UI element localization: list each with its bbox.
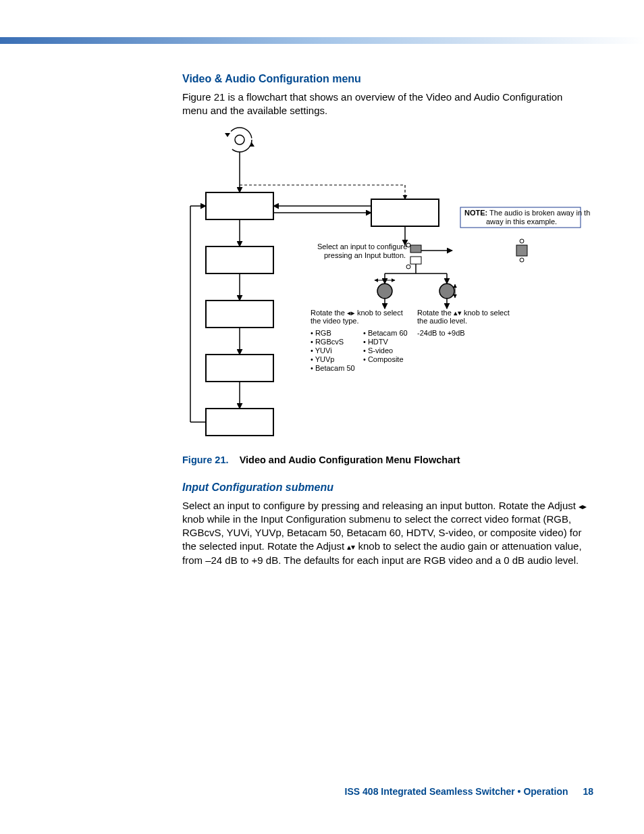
svg-point-32 [406, 265, 410, 269]
svg-text:• HDTV: • HDTV [363, 338, 389, 346]
figure-caption-text: Video and Audio Configuration Menu Flowc… [240, 454, 460, 465]
svg-rect-8 [206, 301, 273, 328]
footer-title: ISS 408 Integrated Seamless Switcher • O… [345, 786, 568, 797]
svg-text:Rotate the ◂▸ knob to select: Rotate the ◂▸ knob to select [311, 309, 403, 317]
svg-text:Select an input to configure: Select an input to configure [317, 242, 407, 251]
subsection-heading-input-config: Input Configuration submenu [182, 481, 591, 494]
horiz-adjust-icon: ◂▸ [579, 501, 587, 511]
svg-text:• Betacam 50: • Betacam 50 [311, 364, 355, 372]
svg-text:away in this example.: away in this example. [486, 217, 557, 226]
section1-paragraph: Figure 21 is a flowchart that shows an o… [182, 90, 591, 118]
svg-rect-18 [371, 199, 439, 226]
svg-text:NOTE:  The audio is broken awa: NOTE: The audio is broken away in this e… [464, 209, 591, 217]
svg-text:Rotate the ▴▾ knob to select: Rotate the ▴▾ knob to select [417, 309, 510, 317]
figure-caption: Figure 21. Video and Audio Configuration… [182, 454, 591, 465]
svg-text:• Betacam 60: • Betacam 60 [363, 329, 408, 337]
svg-text:the audio level.: the audio level. [417, 317, 467, 325]
svg-point-1 [235, 135, 244, 145]
svg-rect-10 [206, 409, 273, 436]
p2-text-a: Select an input to configure by pressing… [182, 500, 579, 511]
section2-paragraph: Select an input to configure by pressing… [182, 499, 591, 567]
svg-rect-29 [516, 245, 527, 256]
header-gradient-bar [0, 37, 644, 44]
svg-text:• YUVp: • YUVp [311, 355, 334, 363]
svg-text:• RGB: • RGB [311, 329, 331, 337]
page-footer: ISS 408 Integrated Seamless Switcher • O… [345, 786, 593, 797]
svg-text:• YUVi: • YUVi [311, 346, 332, 355]
svg-point-28 [520, 239, 524, 243]
vert-adjust-icon: ▴▾ [347, 542, 355, 552]
svg-rect-9 [206, 355, 273, 382]
svg-text:• RGBcvS: • RGBcvS [311, 338, 344, 346]
page-content: Video & Audio Configuration menu Figure … [182, 73, 591, 574]
svg-text:-24dB to +9dB: -24dB to +9dB [417, 329, 465, 337]
svg-point-30 [520, 258, 524, 262]
svg-text:• Composite: • Composite [363, 355, 404, 363]
svg-text:the video type.: the video type. [311, 317, 359, 325]
note-label: NOTE: [464, 209, 487, 217]
page-number: 18 [583, 786, 593, 797]
svg-text:pressing an Input button.: pressing an Input button. [324, 251, 406, 259]
svg-rect-31 [410, 257, 421, 264]
figure-number: Figure 21. [182, 454, 229, 465]
svg-point-40 [439, 284, 454, 298]
svg-point-39 [377, 284, 392, 298]
flowchart-diagram: NOTE: The audio is broken away in this e… [182, 125, 591, 449]
svg-text:• S-video: • S-video [363, 346, 393, 355]
svg-rect-7 [206, 246, 273, 273]
section-heading-video-audio: Video & Audio Configuration menu [182, 73, 591, 85]
svg-rect-6 [206, 192, 273, 219]
svg-rect-26 [410, 245, 421, 253]
